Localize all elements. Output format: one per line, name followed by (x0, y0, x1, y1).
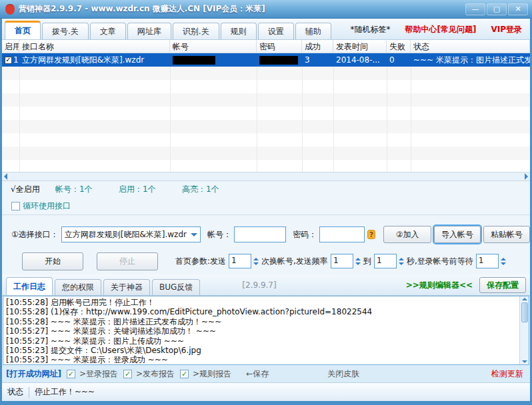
tab-rules[interactable]: 规则 (221, 23, 257, 39)
help-icon[interactable]: ? (367, 230, 375, 239)
loop-interface-checkbox[interactable] (11, 202, 20, 210)
interface-dropdown[interactable]: 立方网群发规则[晓阳&米菜].wzdr (61, 226, 201, 242)
tab-settings[interactable]: 设置 (258, 23, 294, 39)
tab-bug-feedback[interactable]: BUG反馈 (152, 279, 200, 295)
row-enabled-checkbox[interactable] (5, 57, 12, 64)
spin-up-icon[interactable] (253, 258, 259, 260)
col-fail[interactable]: 失败 (387, 40, 411, 53)
password-input[interactable] (319, 226, 365, 242)
scrollbar-thumb[interactable] (521, 302, 528, 322)
table-horizontal-scrollbar[interactable] (2, 172, 530, 181)
app-window: 营销神器2.9.9.7 - www.wzdr.cn 微赚达人.CN [VIP会员… (0, 0, 532, 405)
scroll-up-icon[interactable] (522, 298, 527, 300)
col-account[interactable]: 帐号 (170, 40, 257, 53)
col-password[interactable]: 密码 (257, 40, 302, 53)
account-label: 帐号： (207, 229, 231, 240)
wait-label: 秒,登录帐号前等待 (407, 256, 473, 267)
select-all-toggle[interactable]: √全启用 (11, 184, 55, 195)
interface-select-row: ①选择接口： 立方网群发规则[晓阳&米菜].wzdr 帐号： 密码： ? ②加入… (2, 221, 530, 248)
select-interface-label: ①选择接口： (11, 229, 59, 240)
col-interface-name[interactable]: 接口名称 (19, 40, 170, 53)
close-button[interactable]: ✕ (508, 3, 528, 15)
tab-work-log[interactable]: 工作日志 (6, 277, 53, 295)
save-link[interactable]: ←保存 (246, 368, 269, 380)
close-skin-link[interactable]: 关闭皮肤 (327, 368, 359, 380)
col-success[interactable]: 成功 (302, 40, 333, 53)
account-input[interactable] (234, 226, 286, 242)
control-row: 开始 停止 首页参数:发送 1 次换帐号,发送频率 1 到 1 秒,登录帐号前等… (2, 248, 530, 274)
log-line: [10:55:28] ~~~ 米菜提示：图片描述正式发布成功！~~~ (6, 317, 518, 326)
row-publish-time: 2014-08-... (333, 53, 387, 67)
minimize-button[interactable]: — (465, 3, 485, 15)
freq-to-stepper[interactable] (399, 258, 404, 265)
freq-to-input[interactable]: 1 (374, 254, 397, 268)
table-row[interactable]: 1 立方网群发规则[晓阳&米菜].wzdr 3 2014-08-... 0 ~~… (2, 53, 530, 67)
stop-button[interactable]: 停止 (97, 252, 158, 270)
send-count-input[interactable]: 1 (229, 254, 251, 268)
scroll-down-icon[interactable] (522, 360, 527, 363)
start-button[interactable]: 开始 (22, 252, 83, 270)
tab-your-permissions[interactable]: 您的权限 (55, 279, 101, 295)
spin-down-icon[interactable] (355, 262, 361, 265)
login-report-checkbox[interactable] (67, 370, 75, 378)
summary-row: √全启用 帐号：1个 启用：1个 高亮：1个 (2, 181, 530, 197)
col-publish-time[interactable]: 发表时间 (333, 40, 387, 53)
wait-input[interactable]: 1 (476, 254, 499, 268)
send-count-stepper[interactable] (253, 258, 259, 265)
spin-up-icon[interactable] (501, 258, 506, 260)
wait-stepper[interactable] (501, 258, 506, 265)
tab-article[interactable]: 文章 (90, 23, 126, 39)
freq-from-input[interactable]: 1 (331, 254, 353, 268)
chevron-down-icon (191, 233, 197, 240)
vip-login-link[interactable]: VIP登录 (491, 24, 522, 35)
row-password-redacted (259, 56, 298, 65)
status-text: 停止工作！~~~ (35, 386, 95, 398)
row-status-text: ~~~ 米菜提示：图片描述正式发 (411, 53, 530, 67)
log-line: [10:55:28] 启用帐号已用完！停止工作！ (6, 298, 518, 307)
scroll-right-icon[interactable] (525, 173, 528, 180)
log-line: [10:55:27] ~~~ 米菜提示：关键词描述添加成功！ ~~~ (6, 326, 518, 336)
tab-recognition[interactable]: 识别.关 (173, 23, 219, 39)
check-update-link[interactable]: 检测更新 (491, 368, 526, 380)
paste-accounts-button[interactable]: 粘贴帐号 (483, 226, 530, 243)
tab-assist[interactable]: 辅助 (295, 23, 331, 39)
col-status[interactable]: 状态 (411, 40, 530, 53)
spin-up-icon[interactable] (355, 258, 361, 260)
status-label: 状态 (7, 386, 23, 398)
tab-dialup[interactable]: 拨号.关 (42, 23, 89, 39)
rule-report-checkbox[interactable] (180, 370, 189, 378)
log-line: [10:55:28] (1)保存：http://www.199.com/Edit… (6, 307, 518, 316)
add-account-button[interactable]: ②加入 (383, 226, 431, 243)
col-enabled[interactable]: 启用 (2, 40, 19, 53)
maximize-button[interactable]: ▢ (487, 3, 507, 15)
tab-about[interactable]: 关于神器 (103, 279, 150, 295)
row-account-redacted (173, 56, 215, 65)
title-bar: 营销神器2.9.9.7 - www.wzdr.cn 微赚达人.CN [VIP会员… (0, 0, 532, 19)
freq-from-stepper[interactable] (355, 258, 361, 265)
publish-report-checkbox[interactable] (123, 370, 132, 378)
enabled-count: 启用：1个 (119, 184, 182, 195)
import-accounts-button[interactable]: 导入帐号 (434, 226, 481, 243)
row-interface-name: 立方网群发规则[晓阳&米菜].wzdr (19, 53, 170, 67)
spin-down-icon[interactable] (253, 262, 259, 265)
spin-up-icon[interactable] (399, 258, 404, 260)
tab-home[interactable]: 首页 (5, 21, 41, 39)
status-bar: 状态 停止工作！~~~ (2, 382, 530, 401)
app-icon (5, 4, 15, 15)
save-config-button[interactable]: 保存配置 (479, 277, 526, 293)
scroll-left-icon[interactable] (4, 173, 7, 180)
work-log-panel[interactable]: [10:55:28] 启用帐号已用完！停止工作！ [10:55:28] (1)保… (3, 296, 529, 365)
rule-editor-link[interactable]: >>规则编辑器<< (406, 280, 473, 291)
login-report-label: >登录报告 (79, 368, 118, 380)
help-center-link[interactable]: 帮助中心[常见问题] (405, 24, 476, 35)
spin-down-icon[interactable] (501, 262, 506, 265)
highlight-count: 高亮：1个 (182, 184, 245, 195)
tab-url-library[interactable]: 网址库 (127, 23, 171, 39)
open-success-urls-link[interactable]: [打开成功网址] (6, 368, 61, 380)
log-vertical-scrollbar[interactable] (519, 296, 529, 364)
spin-down-icon[interactable] (399, 262, 404, 265)
random-tag-label: *随机标签* (350, 24, 390, 35)
window-title: 营销神器2.9.9.7 - www.wzdr.cn 微赚达人.CN [VIP会员… (19, 3, 465, 15)
version-label: [2.9.9.7] (242, 280, 276, 290)
log-line: [10:55:27] ~~~ 米菜提示：图片上传成功 ~~~ (6, 336, 518, 346)
